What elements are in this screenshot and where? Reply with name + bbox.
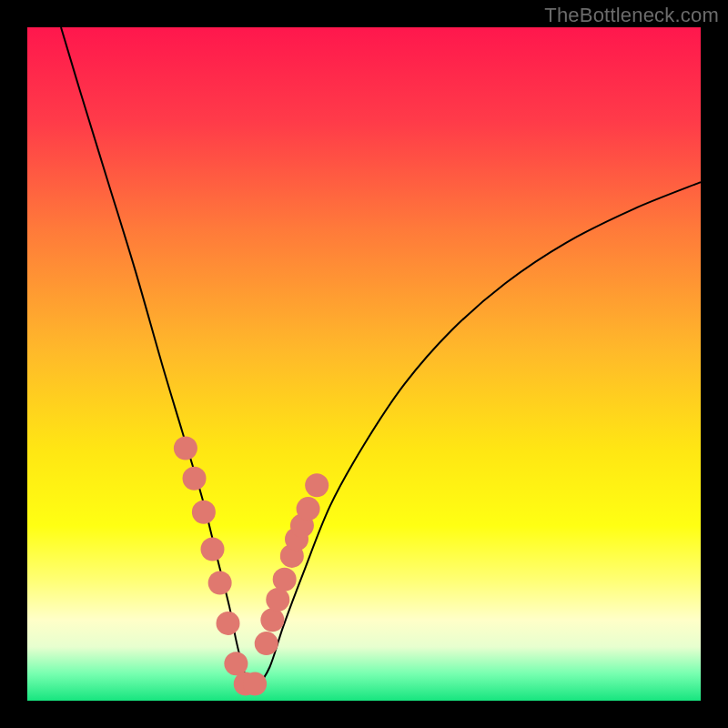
highlight-dot: [273, 568, 297, 592]
highlight-dot: [305, 473, 329, 497]
chart-frame: TheBottleneck.com: [0, 0, 728, 728]
highlight-dot: [201, 538, 225, 561]
highlight-dot: [266, 588, 289, 612]
highlight-dot: [255, 632, 278, 655]
highlight-dot: [174, 437, 197, 460]
highlight-dot: [243, 672, 267, 696]
highlight-dot: [217, 612, 240, 635]
plot-area: [27, 27, 701, 701]
bottleneck-curve: [61, 27, 701, 690]
highlight-dot: [260, 608, 284, 632]
highlight-dot: [208, 571, 232, 595]
highlight-dot: [224, 652, 248, 675]
highlight-dot: [183, 467, 207, 490]
watermark-text: TheBottleneck.com: [544, 4, 719, 27]
chart-svg: [27, 27, 701, 701]
highlight-dot: [192, 500, 216, 524]
highlight-dot: [297, 497, 320, 521]
